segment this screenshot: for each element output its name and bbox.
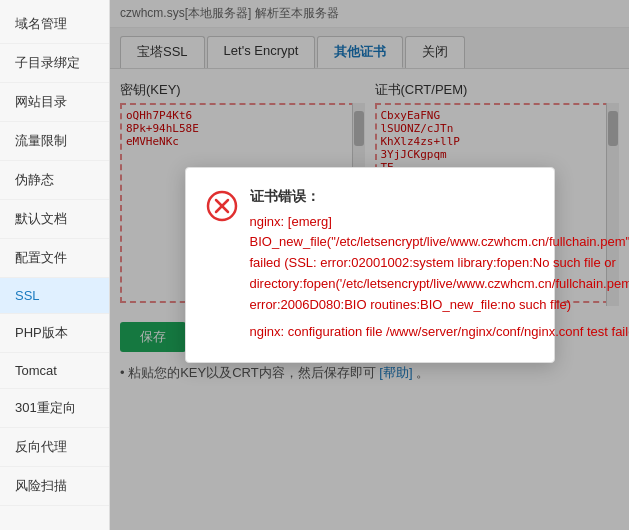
sidebar-item-default-doc[interactable]: 默认文档: [0, 200, 109, 239]
sidebar-item-subdir-bind[interactable]: 子目录绑定: [0, 44, 109, 83]
modal-content: 证书错误： nginx: [emerg] BIO_new_file("/etc/…: [250, 188, 630, 343]
modal-body: nginx: [emerg] BIO_new_file("/etc/letsen…: [250, 212, 630, 343]
sidebar-item-reverse-proxy[interactable]: 反向代理: [0, 428, 109, 467]
sidebar-item-site-dir[interactable]: 网站目录: [0, 83, 109, 122]
sidebar-item-ssl[interactable]: SSL: [0, 278, 109, 314]
modal-header: 证书错误： nginx: [emerg] BIO_new_file("/etc/…: [206, 188, 534, 343]
main-content: czwhcm.sys[本地服务器] 解析至本服务器 宝塔SSL Let's En…: [110, 0, 629, 530]
sidebar-item-traffic-limit[interactable]: 流量限制: [0, 122, 109, 161]
sidebar-item-config-file[interactable]: 配置文件: [0, 239, 109, 278]
sidebar-item-php-version[interactable]: PHP版本: [0, 314, 109, 353]
modal-body-line1: nginx: [emerg] BIO_new_file("/etc/letsen…: [250, 214, 630, 312]
sidebar-item-pseudo-static[interactable]: 伪静态: [0, 161, 109, 200]
modal-body-line2: nginx: configuration file /www/server/ng…: [250, 322, 630, 343]
modal-title: 证书错误：: [250, 188, 630, 206]
sidebar-item-vuln-scan[interactable]: 风险扫描: [0, 467, 109, 506]
error-icon: [206, 190, 238, 222]
sidebar-item-domain-mgmt[interactable]: 域名管理: [0, 5, 109, 44]
sidebar: 域名管理 子目录绑定 网站目录 流量限制 伪静态 默认文档 配置文件 SSL P…: [0, 0, 110, 530]
sidebar-item-301-redirect[interactable]: 301重定向: [0, 389, 109, 428]
modal-overlay: 证书错误： nginx: [emerg] BIO_new_file("/etc/…: [110, 0, 629, 530]
sidebar-item-tomcat[interactable]: Tomcat: [0, 353, 109, 389]
error-modal: 证书错误： nginx: [emerg] BIO_new_file("/etc/…: [185, 167, 555, 364]
